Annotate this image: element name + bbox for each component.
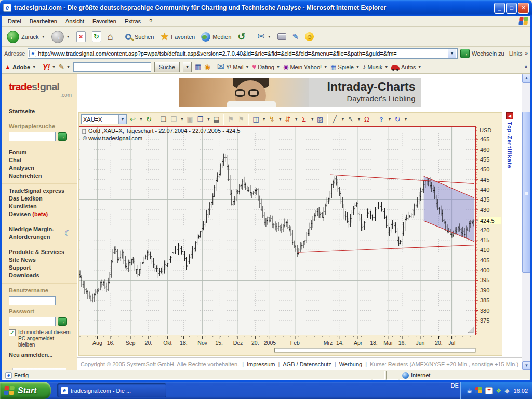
clock[interactable]: 16:02 [513,388,528,394]
help-button[interactable]: ? [377,114,385,124]
sidebar-item-tradesignal-express[interactable]: TradeSignal express [9,187,72,195]
cursor-button[interactable]: ↖ [347,114,355,124]
tray-icon-green[interactable]: ❖ [496,387,501,394]
menu-ansicht[interactable]: Ansicht [61,17,88,26]
save-chart-button[interactable]: ▣ [185,114,194,124]
formula-button[interactable]: Σ [300,114,309,124]
open-chart-button[interactable]: ❒ [169,114,178,124]
favorites-button[interactable]: ★ Favoriten [158,30,197,44]
yahoo-mail-menu[interactable]: ✉ Y! Mail ▼ [217,61,249,72]
address-input[interactable] [38,50,446,57]
yahoo-search-dropdown[interactable]: ▼ [183,62,192,72]
sidebar-item-produkte[interactable]: Produkte & Services [9,248,72,256]
symbol-combo[interactable]: XAU=X ▼ [81,114,127,124]
new-chart-button[interactable]: ❏ [159,114,168,124]
address-dropdown-icon[interactable]: ▼ [448,49,456,58]
password-field[interactable] [9,317,56,326]
yahoo-logo-menu[interactable]: Y! ▼ [43,63,56,71]
auto-refresh-button[interactable]: ↻ [393,114,402,124]
scroll-up-button[interactable]: ▲ [522,74,530,83]
maximize-button[interactable]: □ [506,3,517,14]
indicator-button[interactable]: ↯ [268,114,276,124]
sidebar-item-neu-anmelden[interactable]: Neu anmelden... [9,351,72,359]
expand-left-button[interactable]: ◀ [506,112,513,119]
chevron-down-icon[interactable]: ▼ [357,117,361,121]
yahoo-search-input[interactable] [73,62,151,72]
chevron-down-icon[interactable]: ▼ [118,115,126,124]
chevron-down-icon[interactable]: ▼ [341,117,345,121]
sidebar-item-margin[interactable]: Niedrige Margin- Anforderungen ☾ [2,222,77,245]
ad-banner[interactable]: Intraday-Charts Daytrader's Liebling [179,78,421,107]
sidebar-item-devisen[interactable]: Devisen (beta) [9,210,72,218]
yahoo-dating-menu[interactable]: ♥ Dating ▼ [252,63,280,71]
messenger-button[interactable]: ☺ [303,31,316,42]
adobe-menu[interactable]: ▲ Adobe ▼ [5,63,36,71]
chevron-down-icon[interactable]: ▼ [207,117,210,121]
back-button[interactable]: ← Zurück ▼ [5,30,47,44]
yahoo-search-button[interactable]: Suche [154,62,180,72]
mail-button[interactable]: ✉ ▼ [255,30,273,43]
remember-checkbox[interactable]: ✓ [9,329,16,336]
chart-type-button[interactable]: ◫ [251,114,260,124]
username-field[interactable] [9,296,56,305]
yahoo-autos-menu[interactable]: Autos ▼ [391,64,421,70]
flag-back-button[interactable]: ⚑ [227,114,235,124]
minimize-button[interactable]: _ [494,3,505,14]
yahoo-musik-menu[interactable]: ♪ Musik ▼ [363,63,388,71]
chart-reload-button[interactable]: ↻ [144,114,153,124]
sidebar-item-site-news[interactable]: Site News [9,256,72,264]
wertpapiersuche-go-button[interactable]: → [58,132,67,141]
menu-bearbeiten[interactable]: Bearbeiten [25,17,61,26]
flag-forward-button[interactable]: ⚑ [237,114,246,124]
sidebar-item-analysen[interactable]: Analysen [9,164,72,172]
windows-tray-icon[interactable] [475,387,482,394]
start-button[interactable]: Start [0,382,51,399]
edit-button[interactable]: ✎ [290,31,301,43]
chevron-down-icon[interactable]: ▼ [139,117,143,121]
sidebar-item-support[interactable]: Support [9,264,72,272]
yahoo-spiele-menu[interactable]: ▦ Spiele ▼ [330,63,360,71]
chevron-down-icon[interactable]: ▼ [404,117,407,121]
layout-icon[interactable]: ▦ [195,63,201,71]
price-chart[interactable]: USD4654604554504454404354304254204154104… [79,126,502,354]
sidebar-item-chat[interactable]: Chat [9,156,72,164]
magnet-button[interactable]: Ω [362,114,371,124]
search-button[interactable]: Suchen [123,33,156,41]
copy-chart-button[interactable]: ❐ [196,114,205,124]
go-button[interactable]: → Wechseln zu [460,49,504,58]
tradesignal-logo[interactable]: trades!gnal .com [2,76,77,104]
scroll-down-button[interactable]: ▼ [522,361,530,370]
footer-link-impressum[interactable]: Impressum [247,361,275,367]
chevron-down-icon[interactable]: ▼ [388,117,391,121]
mail-dropdown-icon[interactable]: ▼ [268,35,271,38]
antispy-icon[interactable]: ◉ [204,63,210,71]
top-zertifikate-label[interactable]: Top-Zertifikate [507,122,513,169]
chevron-down-icon[interactable]: ▼ [295,117,298,121]
antivir-tray-icon[interactable]: ☂ [485,387,493,394]
links-chevron-icon[interactable]: » [525,50,528,56]
menu-datei[interactable]: Datei [4,17,25,26]
wertpapiersuche-input[interactable] [9,132,56,141]
footer-link-werbung[interactable]: Werbung [339,361,362,367]
forward-dropdown-icon[interactable]: ▼ [66,35,70,38]
sidebar-item-nachrichten[interactable]: Nachrichten [9,172,72,180]
sidebar-item-das-lexikon[interactable]: Das Lexikon [9,195,72,203]
properties-button[interactable]: ▨ [316,114,325,124]
draw-line-button[interactable]: ╱ [330,114,339,124]
login-go-button[interactable]: → [58,317,67,326]
sidebar-item-downloads[interactable]: Downloads [9,272,72,280]
tray-icon-shield[interactable]: ◆ [504,387,509,394]
chevron-down-icon[interactable]: ▼ [311,117,314,121]
price-style-button[interactable]: ⇵ [284,114,292,124]
menu-hilfe[interactable]: ? [145,17,156,26]
footer-link-agb[interactable]: AGB / Datenschutz [283,361,331,367]
sidebar-item-kurslisten[interactable]: Kurslisten [9,203,72,210]
media-button[interactable]: Medien [199,31,233,43]
print-button[interactable] [275,32,288,41]
links-label[interactable]: Links [509,50,523,57]
scrollbar-thumb[interactable] [522,112,530,273]
forward-button[interactable]: → ▼ [49,30,72,44]
java-tray-icon[interactable]: ☕ [467,387,473,394]
chart-apply-button[interactable]: ↩ [128,114,137,124]
language-indicator[interactable]: DE [449,382,460,399]
